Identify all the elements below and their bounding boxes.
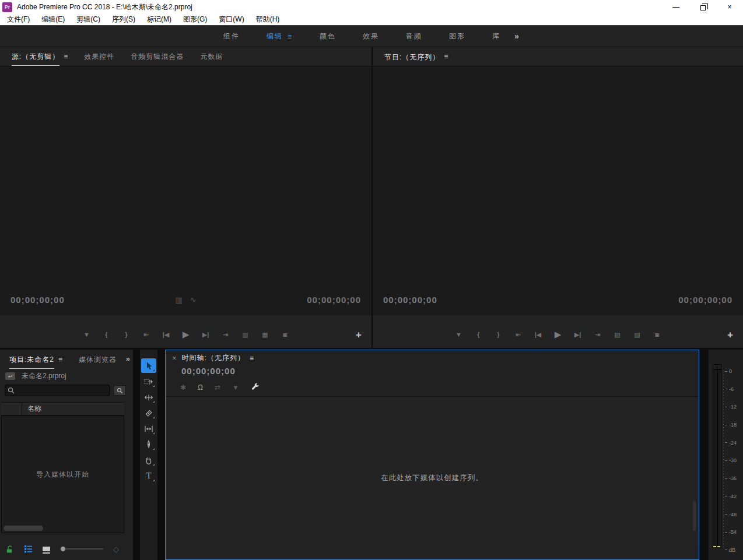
panel-menu-icon[interactable]: ≡ — [288, 33, 293, 41]
mark-in-icon[interactable]: { — [473, 331, 484, 338]
play-icon[interactable]: ▶ — [180, 329, 191, 340]
menu-graphics[interactable]: 图形(G) — [177, 14, 213, 25]
menu-edit[interactable]: 编辑(E) — [36, 14, 71, 25]
window-title: Adobe Premiere Pro CC 2018 - E:\哈木斯\未命名2… — [17, 2, 192, 12]
workspace-tabs: 组件编辑≡颜色效果音频图形库 — [210, 26, 514, 47]
play-icon[interactable]: ▶ — [552, 329, 563, 340]
track-select-icon — [143, 376, 154, 387]
overwrite-icon[interactable]: ▦ — [260, 331, 271, 339]
menu-help[interactable]: 帮助(H) — [250, 14, 286, 25]
step-forward-icon[interactable]: ▶| — [200, 331, 211, 339]
menu-clip[interactable]: 剪辑(C) — [71, 14, 106, 25]
workspace-tab-color[interactable]: 颜色 — [306, 31, 349, 41]
insert-icon[interactable]: ▥ — [240, 331, 251, 339]
tab-program[interactable]: 节目:（无序列）≡ — [376, 47, 456, 66]
menu-file[interactable]: 文件(F) — [1, 14, 36, 25]
panel-menu-icon[interactable]: ≡ — [250, 354, 254, 362]
hand-tool[interactable] — [141, 453, 156, 467]
panel-menu-icon[interactable]: ≡ — [444, 52, 448, 61]
project-list-area[interactable]: 导入媒体以开始 — [1, 415, 124, 533]
clip-indicators — [713, 364, 721, 369]
thumbnail-zoom-slider[interactable] — [60, 548, 103, 550]
button-editor-add-icon[interactable]: + — [356, 329, 362, 341]
mark-in-icon[interactable]: { — [101, 331, 112, 338]
workspace-tab-audio[interactable]: 音频 — [392, 31, 436, 41]
snap-magnet-icon[interactable]: Ω — [198, 383, 203, 392]
audio-meters-panel[interactable]: 0-6-12-18-24-30-36-42-48-54dB — [709, 350, 743, 560]
add-marker-icon[interactable]: ▼ — [453, 331, 464, 338]
button-editor-add-icon[interactable]: + — [727, 329, 733, 341]
timeline-drop-zone[interactable]: 在此处放下媒体以创建序列。 — [166, 396, 699, 559]
step-back-icon[interactable]: |◀ — [160, 331, 171, 339]
menu-markers[interactable]: 标记(M) — [141, 14, 177, 25]
search-input[interactable] — [5, 385, 110, 396]
panel-menu-icon[interactable]: ≡ — [64, 52, 68, 61]
panel-menu-icon[interactable]: ≡ — [58, 355, 62, 364]
search-icon — [8, 387, 15, 394]
timeline-scrollbar[interactable] — [693, 501, 696, 531]
go-to-in-icon[interactable]: ⇤ — [513, 331, 524, 339]
tab-project[interactable]: 项目:未命名2≡ — [1, 350, 71, 369]
step-forward-icon[interactable]: ▶| — [572, 331, 583, 339]
timeline-display-settings-button[interactable] — [251, 382, 260, 393]
list-view-button[interactable] — [24, 545, 33, 553]
close-button[interactable]: × — [716, 0, 743, 14]
tab-metadata[interactable]: 元数据 — [192, 47, 231, 66]
mark-out-icon[interactable]: } — [493, 331, 504, 338]
workspace-tab-libraries[interactable]: 库 — [479, 31, 514, 41]
export-frame-icon[interactable]: ◙ — [279, 331, 290, 338]
linked-selection-icon[interactable]: ⇄ — [215, 383, 220, 392]
timeline-close-button[interactable]: × — [172, 354, 177, 362]
lift-icon[interactable]: ▧ — [612, 331, 623, 339]
sort-order-button[interactable]: ◇ — [113, 545, 119, 554]
timeline-drop-hint: 在此处放下媒体以创建序列。 — [381, 473, 483, 483]
project-overflow-button[interactable]: » — [126, 354, 130, 363]
tab-media-browser[interactable]: 媒体浏览器 — [71, 350, 124, 369]
workspace-tab-effects[interactable]: 效果 — [349, 31, 392, 41]
project-list-header[interactable]: 名称 — [1, 402, 124, 415]
workspace-tab-graphics[interactable]: 图形 — [436, 31, 479, 41]
add-marker-icon[interactable]: ▼ — [232, 383, 239, 392]
pen-tool[interactable] — [141, 437, 156, 452]
go-to-out-icon[interactable]: ⇥ — [592, 331, 603, 339]
type-tool[interactable]: T — [141, 469, 156, 483]
minimize-button[interactable]: — — [663, 0, 689, 14]
project-file-label[interactable]: 未命名2.prproj — [22, 371, 66, 381]
go-to-out-icon[interactable]: ⇥ — [220, 331, 231, 339]
insert-overwrite-sequences-icon[interactable]: ✱ — [180, 383, 186, 392]
name-column-header[interactable]: 名称 — [22, 404, 41, 414]
timeline-tab[interactable]: 时间轴:（无序列） ≡ — [182, 353, 254, 363]
menu-window[interactable]: 窗口(W) — [213, 14, 250, 25]
navigate-up-icon[interactable]: ↩ — [5, 372, 15, 380]
track-select-forward-tool[interactable] — [141, 374, 156, 389]
tools-panel: T — [140, 350, 157, 560]
workspace-tab-editing[interactable]: 编辑≡ — [253, 31, 306, 41]
add-marker-icon[interactable]: ▼ — [81, 331, 92, 338]
mark-out-icon[interactable]: } — [121, 331, 132, 338]
export-frame-icon[interactable]: ◙ — [651, 331, 663, 338]
slip-tool[interactable] — [141, 421, 156, 436]
list-view-icon — [24, 545, 33, 553]
step-back-icon[interactable]: |◀ — [532, 331, 544, 339]
drag-video-only-icon[interactable]: ▥ — [175, 295, 182, 304]
workspace-tab-assembly[interactable]: 组件 — [210, 31, 253, 41]
meter-tick: -48 — [725, 512, 737, 517]
icon-view-button[interactable] — [43, 547, 50, 551]
tab-source[interactable]: 源:（无剪辑）≡ — [3, 47, 76, 66]
selection-tool[interactable] — [141, 358, 156, 373]
menu-sequence[interactable]: 序列(S) — [106, 14, 141, 25]
extract-icon[interactable]: ▨ — [632, 331, 643, 339]
search-bin-button[interactable] — [114, 385, 126, 396]
project-writable-lock-button[interactable] — [5, 545, 14, 554]
slider-knob[interactable] — [60, 546, 66, 552]
razor-tool[interactable] — [141, 406, 156, 420]
go-to-in-icon[interactable]: ⇤ — [141, 331, 152, 339]
tab-audio-clip-mixer[interactable]: 音频剪辑混合器 — [122, 47, 192, 66]
tab-effect-controls[interactable]: 效果控件 — [76, 47, 122, 66]
ripple-edit-tool[interactable] — [141, 390, 156, 404]
drag-audio-only-icon[interactable]: ∿ — [190, 295, 197, 304]
workspace-overflow-button[interactable]: » — [514, 31, 519, 41]
horizontal-scrollbar[interactable] — [3, 526, 43, 531]
timeline-timecode[interactable]: 00;00;00;00 — [166, 366, 699, 381]
restore-button[interactable] — [689, 0, 716, 14]
